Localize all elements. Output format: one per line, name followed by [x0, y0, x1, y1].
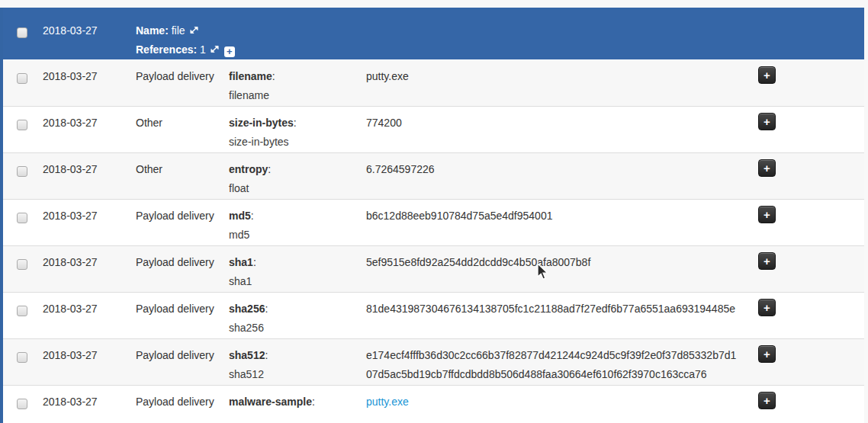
actions-cell: +: [758, 107, 864, 132]
row-checkbox[interactable]: [17, 213, 27, 223]
plus-square-icon[interactable]: +: [224, 46, 235, 57]
date-cell: 2018-03-27: [43, 293, 136, 319]
object-relation: sha1:: [229, 253, 358, 272]
attributes-page: { "object_header": { "date": "2018-03-27…: [0, 0, 868, 423]
type-cell: md5: md5: [229, 200, 366, 245]
value-cell: b6c12d88eeb910784d75a5e4df954001: [366, 200, 758, 226]
attribute-type: filename: [229, 86, 358, 105]
add-button[interactable]: +: [758, 392, 776, 409]
expand-icon[interactable]: [210, 41, 220, 51]
value-cell: putty.exe: [366, 386, 758, 412]
attribute-type: size-in-bytes: [229, 133, 358, 152]
table-row: 2018-03-27 Payload delivery sha256: sha2…: [3, 293, 864, 339]
references-label: References:: [136, 43, 197, 56]
object-header-row: 2018-03-27 Name: file References: 1+: [3, 8, 864, 60]
value-cell: 6.7264597226: [366, 153, 758, 179]
value-cell: 774200: [366, 107, 758, 133]
table-row: 2018-03-27 Payload delivery filename: fi…: [3, 60, 864, 107]
object-name-line: Name: file: [136, 21, 235, 40]
object-references-line: References: 1+: [136, 40, 235, 59]
table-row: 2018-03-27 Payload delivery md5: md5 b6c…: [3, 200, 864, 246]
table-row: 2018-03-27 Other size-in-bytes: size-in-…: [3, 107, 864, 153]
object-meta: Name: file References: 1+: [136, 14, 235, 59]
type-cell: malware-sample:: [229, 386, 366, 412]
type-cell: size-in-bytes: size-in-bytes: [229, 107, 366, 152]
row-checkbox[interactable]: [17, 399, 27, 409]
type-cell: sha1: sha1: [229, 246, 366, 291]
references-count: 1: [200, 43, 206, 56]
date-cell: 2018-03-27: [43, 200, 136, 226]
actions-cell: +: [758, 153, 864, 178]
date-cell: 2018-03-27: [43, 339, 136, 365]
attribute-value: 774200: [366, 117, 402, 129]
actions-cell: +: [758, 386, 864, 411]
row-checkbox-cell: [3, 339, 43, 367]
row-checkbox-cell: [3, 246, 43, 274]
attribute-type: sha512: [229, 365, 358, 384]
attribute-value-link[interactable]: putty.exe: [366, 396, 409, 408]
object-relation: sha512:: [229, 346, 358, 365]
row-checkbox-cell: [3, 60, 43, 88]
row-checkbox[interactable]: [17, 306, 27, 316]
row-checkbox[interactable]: [17, 352, 27, 363]
value-cell: 81de431987304676134138705fc1c21188ad7f27…: [366, 293, 758, 319]
object-name-value: file: [172, 24, 185, 37]
object-relation: malware-sample:: [229, 393, 358, 412]
attribute-type: md5: [229, 226, 358, 245]
expand-icon[interactable]: [189, 22, 199, 32]
category-cell: Payload delivery: [136, 200, 229, 226]
row-checkbox[interactable]: [17, 73, 27, 84]
type-cell: sha512: sha512: [229, 339, 366, 384]
category-cell: Payload delivery: [136, 293, 229, 319]
date-cell: 2018-03-27: [43, 386, 136, 412]
category-cell: Other: [136, 107, 229, 133]
attribute-type: sha1: [229, 272, 358, 291]
object-date: 2018-03-27: [43, 14, 136, 40]
attribute-type: sha256: [229, 319, 358, 338]
attributes-table: 2018-03-27 Name: file References: 1+ 201…: [0, 8, 864, 423]
object-checkbox-cell: [3, 14, 43, 42]
row-checkbox-cell: [3, 107, 43, 134]
row-checkbox-cell: [3, 293, 43, 320]
value-cell: e174ecf4fffb36d30c2cc66b37f82877d421244c…: [366, 339, 758, 384]
add-button[interactable]: +: [758, 159, 776, 177]
type-cell: filename: filename: [229, 60, 366, 105]
add-button[interactable]: +: [758, 299, 776, 316]
category-cell: Other: [136, 153, 229, 179]
object-relation: sha256:: [229, 300, 358, 319]
row-checkbox-cell: [3, 153, 43, 181]
row-checkbox-cell: [3, 386, 43, 413]
category-cell: Payload delivery: [136, 60, 229, 86]
object-checkbox[interactable]: [17, 27, 27, 38]
attribute-value: e174ecf4fffb36d30c2cc66b37f82877d421244c…: [366, 349, 736, 380]
table-row: 2018-03-27 Other entropy: float 6.726459…: [3, 153, 864, 200]
attribute-rows: 2018-03-27 Payload delivery filename: fi…: [3, 60, 864, 423]
type-cell: sha256: sha256: [229, 293, 366, 338]
actions-cell: +: [758, 339, 864, 364]
attribute-value: putty.exe: [366, 70, 409, 82]
row-checkbox[interactable]: [17, 259, 27, 270]
date-cell: 2018-03-27: [43, 246, 136, 272]
add-button[interactable]: +: [758, 206, 776, 223]
object-relation: md5:: [229, 207, 358, 226]
value-cell: putty.exe: [366, 60, 758, 86]
add-button[interactable]: +: [758, 345, 776, 363]
value-cell: 5ef9515e8fd92a254dd2dcdd9c4b50afa8007b8f: [366, 246, 758, 272]
attribute-value: b6c12d88eeb910784d75a5e4df954001: [366, 210, 552, 222]
date-cell: 2018-03-27: [43, 153, 136, 179]
date-cell: 2018-03-27: [43, 107, 136, 133]
category-cell: Payload delivery: [136, 339, 229, 365]
attribute-value: 6.7264597226: [366, 163, 435, 175]
attribute-type: float: [229, 179, 358, 198]
add-button[interactable]: +: [758, 113, 776, 130]
attribute-value: 81de431987304676134138705fc1c21188ad7f27…: [366, 303, 735, 315]
object-name-label: Name:: [136, 24, 169, 37]
add-button[interactable]: +: [758, 252, 776, 270]
row-checkbox-cell: [3, 200, 43, 227]
attribute-value: 5ef9515e8fd92a254dd2dcdd9c4b50afa8007b8f: [366, 256, 590, 268]
add-button[interactable]: +: [758, 66, 776, 84]
row-checkbox[interactable]: [17, 120, 27, 130]
date-cell: 2018-03-27: [43, 60, 136, 86]
row-checkbox[interactable]: [17, 166, 27, 177]
object-relation: entropy:: [229, 160, 358, 179]
